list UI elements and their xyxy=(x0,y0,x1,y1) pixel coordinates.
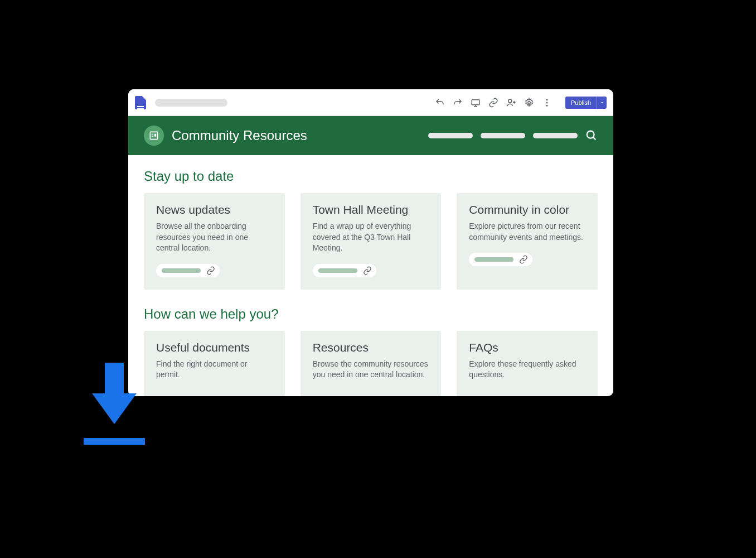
card-resources: Resources Browse the community resources… xyxy=(301,331,442,396)
svg-point-4 xyxy=(546,102,547,103)
nav-item-placeholder[interactable] xyxy=(533,133,578,138)
document-title-placeholder[interactable] xyxy=(155,99,227,107)
preview-icon[interactable] xyxy=(471,98,481,108)
redo-icon[interactable] xyxy=(453,98,463,108)
card-title: Resources xyxy=(313,341,429,354)
card-useful-documents: Useful documents Find the right document… xyxy=(144,331,285,396)
nav-item-placeholder[interactable] xyxy=(481,133,525,138)
card-row: Useful documents Find the right document… xyxy=(144,331,598,396)
search-icon[interactable] xyxy=(585,129,598,142)
toolbar-actions: Publish xyxy=(435,97,607,109)
svg-point-1 xyxy=(508,99,512,103)
publish-dropdown-button[interactable] xyxy=(597,97,607,109)
card-faqs: FAQs Explore these frequently asked ques… xyxy=(457,331,598,396)
link-icon xyxy=(519,255,528,264)
publish-button-group: Publish xyxy=(565,97,607,109)
card-title: Town Hall Meeting xyxy=(313,203,429,217)
download-arrow-icon xyxy=(84,363,145,446)
publish-button[interactable]: Publish xyxy=(565,97,597,109)
card-body: Find the right document or permit. xyxy=(156,359,273,381)
section-heading: How can we help you? xyxy=(144,306,598,322)
settings-gear-icon[interactable] xyxy=(524,98,534,108)
card-link-chip[interactable] xyxy=(156,264,220,277)
svg-rect-8 xyxy=(105,363,124,396)
site-title: Community Resources xyxy=(172,128,307,143)
nav-item-placeholder[interactable] xyxy=(428,133,473,138)
link-chip-placeholder xyxy=(318,268,357,273)
svg-point-7 xyxy=(587,131,594,138)
sites-app-icon[interactable] xyxy=(135,96,146,109)
undo-icon[interactable] xyxy=(435,98,445,108)
svg-point-2 xyxy=(528,101,531,104)
card-title: FAQs xyxy=(469,341,585,354)
section-heading: Stay up to date xyxy=(144,169,598,184)
card-body: Find a wrap up of everything covered at … xyxy=(313,221,429,254)
svg-point-5 xyxy=(546,104,547,106)
card-row: News updates Browse all the onboarding r… xyxy=(144,193,598,290)
svg-marker-9 xyxy=(92,393,137,424)
svg-rect-0 xyxy=(472,99,479,104)
card-link-chip[interactable] xyxy=(469,253,532,266)
card-body: Explore these frequently asked questions… xyxy=(469,359,585,381)
svg-rect-10 xyxy=(84,438,145,445)
site-logo-icon xyxy=(144,126,164,146)
link-chip-placeholder xyxy=(162,268,201,273)
card-body: Browse the community resources you need … xyxy=(313,359,429,381)
card-news-updates: News updates Browse all the onboarding r… xyxy=(144,193,285,290)
card-town-hall: Town Hall Meeting Find a wrap up of ever… xyxy=(301,193,442,290)
link-chip-placeholder xyxy=(474,257,513,262)
share-person-icon[interactable] xyxy=(506,98,516,108)
card-title: Community in color xyxy=(469,203,585,217)
app-window: Publish Community Resources Stay up to d… xyxy=(128,89,613,396)
site-header: Community Resources xyxy=(128,116,613,155)
card-title: Useful documents xyxy=(156,341,273,354)
editor-toolbar: Publish xyxy=(128,89,613,116)
link-icon[interactable] xyxy=(488,98,498,108)
svg-rect-6 xyxy=(150,132,157,139)
card-link-chip[interactable] xyxy=(313,264,376,277)
link-icon xyxy=(363,266,372,275)
page-content: Stay up to date News updates Browse all … xyxy=(128,155,613,396)
card-title: News updates xyxy=(156,203,273,217)
card-community-color: Community in color Explore pictures from… xyxy=(457,193,598,290)
card-body: Explore pictures from our recent communi… xyxy=(469,221,585,243)
card-body: Browse all the onboarding resources you … xyxy=(156,221,273,254)
link-icon xyxy=(206,266,215,275)
svg-point-3 xyxy=(546,99,547,100)
more-vertical-icon[interactable] xyxy=(542,98,552,108)
